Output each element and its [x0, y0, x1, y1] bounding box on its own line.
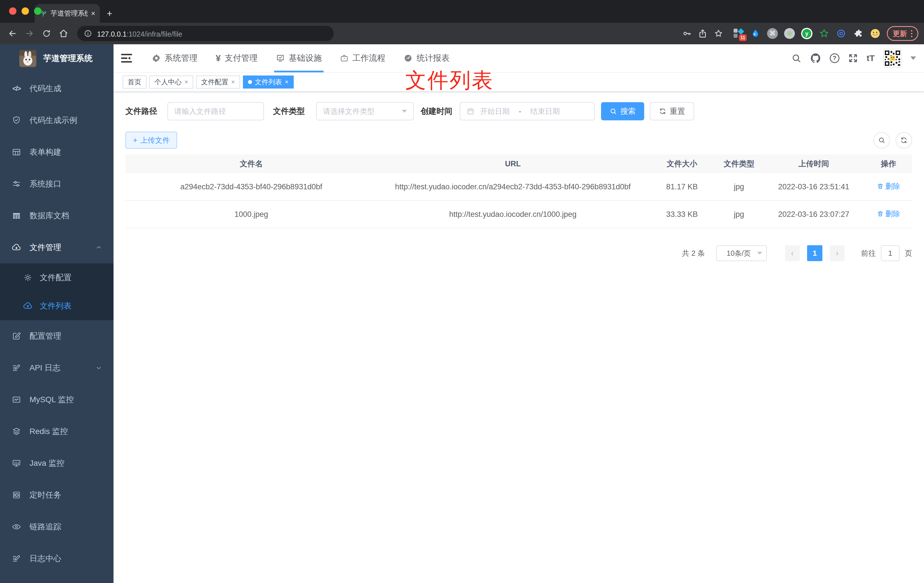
page-1-button[interactable]: 1: [807, 245, 822, 261]
extension-grid-icon[interactable]: 11: [733, 28, 744, 39]
password-key-icon[interactable]: [682, 29, 691, 38]
sidebar-item-mysql-monitor[interactable]: MySQL 监控: [0, 384, 114, 416]
close-window-button[interactable]: [9, 7, 16, 15]
file-path-input[interactable]: [167, 102, 264, 121]
eye-icon: [12, 522, 21, 532]
tab-close-icon[interactable]: ×: [91, 10, 95, 17]
window-controls: [9, 7, 41, 15]
avatar-caret-icon[interactable]: [911, 56, 916, 60]
file-type-select[interactable]: 请选择文件类型: [316, 102, 414, 121]
minimize-window-button[interactable]: [21, 7, 29, 15]
sidebar-item-system-api[interactable]: 系统接口: [0, 168, 114, 200]
table-tools: [873, 132, 912, 149]
sidebar-item-form-builder[interactable]: 表单构建: [0, 136, 114, 168]
sidebar-item-file-list[interactable]: 文件列表: [0, 292, 114, 320]
extensions-puzzle-icon[interactable]: [853, 28, 863, 39]
sidebar-logo[interactable]: 芋道管理系统: [0, 44, 114, 73]
sidebar-item-log-center[interactable]: 日志中心: [0, 543, 114, 575]
tag-file-config[interactable]: 文件配置 ×: [196, 76, 240, 89]
font-size-icon[interactable]: tT: [867, 53, 874, 63]
extension-rings-icon[interactable]: [836, 28, 846, 39]
delete-button[interactable]: 删除: [877, 208, 900, 220]
sidebar-item-code-demo[interactable]: 代码生成示例: [0, 104, 114, 136]
tag-close-icon[interactable]: ×: [285, 79, 289, 85]
site-info-icon[interactable]: [84, 30, 92, 38]
sidebar-item-config-manage[interactable]: 配置管理: [0, 320, 114, 352]
pagination: 共 2 条 10条/页 ‹ 1 › 前往 页: [125, 245, 912, 261]
search-button[interactable]: 搜索: [601, 102, 644, 121]
gear-icon: [152, 54, 161, 63]
tag-file-list[interactable]: 文件列表 ×: [243, 76, 294, 89]
cloud-download-icon: [12, 243, 21, 253]
top-menu-workflow[interactable]: 工作流程: [331, 44, 394, 73]
profile-emoji-icon[interactable]: [870, 28, 881, 39]
date-range-input[interactable]: 开始日期 - 结束日期: [460, 102, 595, 121]
browser-update-button[interactable]: 更新: [887, 26, 918, 41]
extension-dot-icon[interactable]: [784, 28, 795, 39]
file-type-label: 文件类型: [273, 106, 305, 117]
prev-page-button[interactable]: ‹: [785, 245, 800, 261]
browser-menu-icon[interactable]: [911, 30, 912, 37]
page-size-select[interactable]: 10条/页: [716, 245, 767, 261]
sidebar-item-file-config[interactable]: 文件配置: [0, 263, 114, 292]
github-icon[interactable]: [810, 53, 821, 64]
sidebar-item-redis-monitor[interactable]: Redis 监控: [0, 416, 114, 448]
file-table: 文件名 URL 文件大小 文件类型 上传时间 操作 a294ecb2-73dd-…: [125, 154, 912, 228]
active-dot: [248, 80, 252, 84]
back-icon[interactable]: [6, 27, 19, 40]
address-bar[interactable]: 127.0.0.1:1024/infra/file/file: [77, 26, 334, 41]
top-menu-pay[interactable]: ¥ 支付管理: [206, 44, 267, 73]
toggle-search-icon[interactable]: [873, 132, 890, 149]
dashboard-icon: [404, 54, 412, 63]
forward-icon[interactable]: [23, 27, 36, 40]
sidebar-submenu-file: 文件配置 文件列表: [0, 263, 114, 320]
sidebar-item-java-monitor[interactable]: Java 监控: [0, 448, 114, 479]
update-label: 更新: [893, 29, 907, 38]
extension-cmd-icon[interactable]: ⌘: [767, 28, 778, 39]
goto-label: 前往: [861, 248, 876, 258]
goto-page-input[interactable]: [881, 245, 899, 261]
col-file-type: 文件类型: [715, 159, 762, 169]
top-menu-system[interactable]: 系统管理: [143, 44, 206, 73]
tag-profile[interactable]: 个人中心 ×: [149, 76, 193, 89]
top-menu-infra[interactable]: 基础设施: [267, 44, 331, 73]
url-text: 127.0.0.1:1024/infra/file/file: [97, 28, 182, 39]
user-avatar[interactable]: [883, 49, 902, 68]
zoom-window-button[interactable]: [34, 7, 41, 15]
sidebar-item-api-log[interactable]: API 日志: [0, 352, 114, 384]
chevron-up-icon: [95, 244, 102, 251]
sidebar-item-db-doc[interactable]: 数据库文档: [0, 200, 114, 231]
new-tab-button[interactable]: +: [107, 8, 112, 18]
app-window: 芋道管理系统 </> 代码生成 代码生成示例 表单构建: [0, 44, 924, 583]
col-file-size: 文件大小: [648, 159, 715, 169]
cell-upload-time: 2022-03-16 23:07:27: [762, 208, 865, 221]
extension-drop-icon[interactable]: [750, 28, 761, 39]
refresh-table-icon[interactable]: [896, 132, 912, 149]
bookmark-star-icon[interactable]: [714, 29, 723, 38]
next-page-button[interactable]: ›: [830, 245, 845, 261]
sidebar-item-file-manage[interactable]: 文件管理: [0, 231, 114, 263]
date-start-placeholder: 开始日期: [480, 106, 510, 116]
collapse-sidebar-icon[interactable]: [120, 52, 133, 64]
delete-button[interactable]: 删除: [877, 180, 900, 192]
extension-star-icon[interactable]: [819, 28, 830, 39]
tag-close-icon[interactable]: ×: [231, 79, 235, 85]
sidebar-item-cron-job[interactable]: 定时任务: [0, 479, 114, 511]
header-search-icon[interactable]: [791, 53, 802, 63]
upload-file-button[interactable]: + 上传文件: [125, 132, 177, 149]
cell-actions: 删除: [865, 180, 912, 193]
fullscreen-icon[interactable]: [848, 53, 858, 63]
sidebar-item-tracing[interactable]: 链路追踪: [0, 511, 114, 543]
reload-icon[interactable]: [40, 27, 53, 40]
browser-tab[interactable]: 芋道管理系统 ×: [35, 4, 100, 23]
home-icon[interactable]: [57, 27, 70, 40]
reset-button[interactable]: 重置: [650, 102, 694, 121]
extension-y-icon[interactable]: y: [801, 28, 812, 39]
share-icon[interactable]: [698, 29, 708, 38]
sidebar-item-code-gen[interactable]: </> 代码生成: [0, 73, 114, 104]
tag-close-icon[interactable]: ×: [185, 79, 188, 85]
tag-home[interactable]: 首页: [122, 76, 147, 89]
help-icon[interactable]: ?: [830, 53, 840, 63]
url-host: 127.0.0.1: [97, 30, 127, 38]
cell-upload-time: 2022-03-16 23:51:41: [762, 180, 865, 193]
